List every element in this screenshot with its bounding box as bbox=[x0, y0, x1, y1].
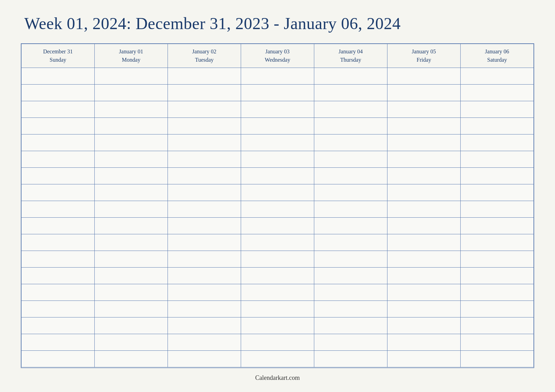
cell-14-4[interactable] bbox=[314, 301, 387, 317]
cell-13-6[interactable] bbox=[461, 284, 534, 301]
cell-5-4[interactable] bbox=[314, 151, 387, 168]
cell-11-2[interactable] bbox=[168, 251, 241, 268]
cell-10-6[interactable] bbox=[461, 234, 534, 251]
cell-14-2[interactable] bbox=[168, 301, 241, 317]
cell-0-0[interactable] bbox=[22, 68, 95, 85]
cell-3-0[interactable] bbox=[22, 118, 95, 134]
cell-15-4[interactable] bbox=[314, 317, 387, 334]
cell-14-3[interactable] bbox=[241, 301, 314, 317]
cell-10-1[interactable] bbox=[95, 234, 168, 251]
cell-1-3[interactable] bbox=[241, 85, 314, 101]
cell-8-2[interactable] bbox=[168, 201, 241, 218]
cell-5-5[interactable] bbox=[387, 151, 461, 168]
cell-6-3[interactable] bbox=[241, 168, 314, 184]
cell-2-0[interactable] bbox=[22, 101, 95, 118]
cell-16-1[interactable] bbox=[95, 334, 168, 351]
cell-6-5[interactable] bbox=[387, 168, 461, 184]
cell-1-5[interactable] bbox=[387, 85, 461, 101]
cell-15-3[interactable] bbox=[241, 317, 314, 334]
cell-3-5[interactable] bbox=[387, 118, 461, 134]
cell-13-3[interactable] bbox=[241, 284, 314, 301]
cell-11-1[interactable] bbox=[95, 251, 168, 268]
cell-2-2[interactable] bbox=[168, 101, 241, 118]
cell-16-6[interactable] bbox=[461, 334, 534, 351]
cell-4-3[interactable] bbox=[241, 134, 314, 151]
cell-12-3[interactable] bbox=[241, 268, 314, 284]
cell-0-3[interactable] bbox=[241, 68, 314, 85]
cell-4-1[interactable] bbox=[95, 134, 168, 151]
cell-7-2[interactable] bbox=[168, 184, 241, 201]
cell-5-2[interactable] bbox=[168, 151, 241, 168]
cell-2-1[interactable] bbox=[95, 101, 168, 118]
cell-13-0[interactable] bbox=[22, 284, 95, 301]
cell-12-2[interactable] bbox=[168, 268, 241, 284]
cell-1-1[interactable] bbox=[95, 85, 168, 101]
cell-16-0[interactable] bbox=[22, 334, 95, 351]
cell-15-2[interactable] bbox=[168, 317, 241, 334]
cell-5-6[interactable] bbox=[461, 151, 534, 168]
cell-8-4[interactable] bbox=[314, 201, 387, 218]
cell-15-1[interactable] bbox=[95, 317, 168, 334]
cell-12-4[interactable] bbox=[314, 268, 387, 284]
cell-17-1[interactable] bbox=[95, 351, 168, 367]
cell-16-5[interactable] bbox=[387, 334, 461, 351]
cell-16-3[interactable] bbox=[241, 334, 314, 351]
cell-7-3[interactable] bbox=[241, 184, 314, 201]
cell-13-5[interactable] bbox=[387, 284, 461, 301]
cell-8-0[interactable] bbox=[22, 201, 95, 218]
cell-2-4[interactable] bbox=[314, 101, 387, 118]
cell-7-4[interactable] bbox=[314, 184, 387, 201]
cell-3-4[interactable] bbox=[314, 118, 387, 134]
cell-17-0[interactable] bbox=[22, 351, 95, 367]
cell-6-4[interactable] bbox=[314, 168, 387, 184]
cell-1-2[interactable] bbox=[168, 85, 241, 101]
cell-4-5[interactable] bbox=[387, 134, 461, 151]
cell-9-5[interactable] bbox=[387, 218, 461, 234]
cell-7-1[interactable] bbox=[95, 184, 168, 201]
cell-8-5[interactable] bbox=[387, 201, 461, 218]
cell-6-0[interactable] bbox=[22, 168, 95, 184]
cell-7-6[interactable] bbox=[461, 184, 534, 201]
cell-14-1[interactable] bbox=[95, 301, 168, 317]
cell-12-0[interactable] bbox=[22, 268, 95, 284]
cell-1-0[interactable] bbox=[22, 85, 95, 101]
cell-12-5[interactable] bbox=[387, 268, 461, 284]
cell-5-1[interactable] bbox=[95, 151, 168, 168]
cell-10-0[interactable] bbox=[22, 234, 95, 251]
cell-9-0[interactable] bbox=[22, 218, 95, 234]
cell-2-6[interactable] bbox=[461, 101, 534, 118]
cell-11-6[interactable] bbox=[461, 251, 534, 268]
cell-11-4[interactable] bbox=[314, 251, 387, 268]
cell-8-6[interactable] bbox=[461, 201, 534, 218]
cell-17-2[interactable] bbox=[168, 351, 241, 367]
cell-16-2[interactable] bbox=[168, 334, 241, 351]
cell-4-4[interactable] bbox=[314, 134, 387, 151]
cell-7-5[interactable] bbox=[387, 184, 461, 201]
cell-9-3[interactable] bbox=[241, 218, 314, 234]
cell-9-6[interactable] bbox=[461, 218, 534, 234]
cell-13-4[interactable] bbox=[314, 284, 387, 301]
cell-0-2[interactable] bbox=[168, 68, 241, 85]
cell-4-6[interactable] bbox=[461, 134, 534, 151]
cell-5-3[interactable] bbox=[241, 151, 314, 168]
cell-4-2[interactable] bbox=[168, 134, 241, 151]
cell-15-5[interactable] bbox=[387, 317, 461, 334]
cell-10-2[interactable] bbox=[168, 234, 241, 251]
cell-2-5[interactable] bbox=[387, 101, 461, 118]
cell-14-5[interactable] bbox=[387, 301, 461, 317]
cell-10-5[interactable] bbox=[387, 234, 461, 251]
cell-1-4[interactable] bbox=[314, 85, 387, 101]
cell-10-3[interactable] bbox=[241, 234, 314, 251]
cell-14-6[interactable] bbox=[461, 301, 534, 317]
cell-4-0[interactable] bbox=[22, 134, 95, 151]
cell-3-6[interactable] bbox=[461, 118, 534, 134]
cell-1-6[interactable] bbox=[461, 85, 534, 101]
cell-3-3[interactable] bbox=[241, 118, 314, 134]
cell-12-1[interactable] bbox=[95, 268, 168, 284]
cell-9-4[interactable] bbox=[314, 218, 387, 234]
cell-5-0[interactable] bbox=[22, 151, 95, 168]
cell-9-1[interactable] bbox=[95, 218, 168, 234]
cell-6-1[interactable] bbox=[95, 168, 168, 184]
cell-17-6[interactable] bbox=[461, 351, 534, 367]
cell-17-3[interactable] bbox=[241, 351, 314, 367]
